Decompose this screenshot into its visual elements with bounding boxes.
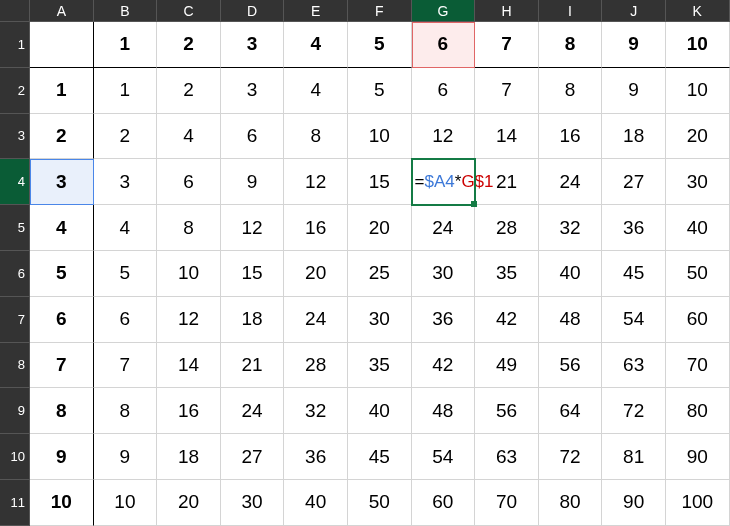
cell-K2[interactable]: 10	[666, 68, 730, 114]
cell-H10[interactable]: 63	[475, 434, 539, 480]
cell-D7[interactable]: 18	[221, 297, 285, 343]
cell-J8[interactable]: 63	[602, 343, 666, 389]
cell-I2[interactable]: 8	[539, 68, 603, 114]
row-header-4[interactable]: 4	[0, 159, 30, 205]
row-header-5[interactable]: 5	[0, 205, 30, 251]
cell-E9[interactable]: 32	[284, 388, 348, 434]
cell-E2[interactable]: 4	[284, 68, 348, 114]
cell-I11[interactable]: 80	[539, 480, 603, 526]
cell-I9[interactable]: 64	[539, 388, 603, 434]
cell-A8[interactable]: 7	[30, 343, 94, 389]
cell-D9[interactable]: 24	[221, 388, 285, 434]
cell-D6[interactable]: 15	[221, 251, 285, 297]
cell-F2[interactable]: 5	[348, 68, 412, 114]
cell-H2[interactable]: 7	[475, 68, 539, 114]
row-header-2[interactable]: 2	[0, 68, 30, 114]
cell-J7[interactable]: 54	[602, 297, 666, 343]
cell-B5[interactable]: 4	[94, 205, 158, 251]
cell-B11[interactable]: 10	[94, 480, 158, 526]
row-header-1[interactable]: 1	[0, 22, 30, 68]
row-header-7[interactable]: 7	[0, 297, 30, 343]
cell-K6[interactable]: 50	[666, 251, 730, 297]
row-header-3[interactable]: 3	[0, 114, 30, 160]
cell-F1[interactable]: 5	[348, 22, 412, 68]
cell-C8[interactable]: 14	[157, 343, 221, 389]
cell-D8[interactable]: 21	[221, 343, 285, 389]
cell-G1[interactable]: 6	[412, 22, 476, 68]
col-header-A[interactable]: A	[30, 0, 94, 22]
cell-A11[interactable]: 10	[30, 480, 94, 526]
cell-H7[interactable]: 42	[475, 297, 539, 343]
cell-E10[interactable]: 36	[284, 434, 348, 480]
cell-H11[interactable]: 70	[475, 480, 539, 526]
cell-C1[interactable]: 2	[157, 22, 221, 68]
cell-D1[interactable]: 3	[221, 22, 285, 68]
cell-G10[interactable]: 54	[412, 434, 476, 480]
cell-A7[interactable]: 6	[30, 297, 94, 343]
col-header-K[interactable]: K	[666, 0, 730, 22]
cell-G6[interactable]: 30	[412, 251, 476, 297]
cell-B9[interactable]: 8	[94, 388, 158, 434]
cell-G3[interactable]: 12	[412, 114, 476, 160]
cell-F3[interactable]: 10	[348, 114, 412, 160]
col-header-D[interactable]: D	[221, 0, 285, 22]
cell-F4[interactable]: 15	[348, 159, 412, 205]
col-header-B[interactable]: B	[94, 0, 158, 22]
cell-E7[interactable]: 24	[284, 297, 348, 343]
spreadsheet-grid[interactable]: ABCDEFGHIJK11234567891021123456789103224…	[0, 0, 730, 526]
cell-B6[interactable]: 5	[94, 251, 158, 297]
cell-D10[interactable]: 27	[221, 434, 285, 480]
fill-handle[interactable]	[471, 201, 477, 207]
cell-A5[interactable]: 4	[30, 205, 94, 251]
cell-I4[interactable]: 24	[539, 159, 603, 205]
cell-F11[interactable]: 50	[348, 480, 412, 526]
cell-K11[interactable]: 100	[666, 480, 730, 526]
cell-E11[interactable]: 40	[284, 480, 348, 526]
cell-B4[interactable]: 3	[94, 159, 158, 205]
select-all-corner[interactable]	[0, 0, 30, 22]
cell-I10[interactable]: 72	[539, 434, 603, 480]
cell-H5[interactable]: 28	[475, 205, 539, 251]
row-header-6[interactable]: 6	[0, 251, 30, 297]
cell-E5[interactable]: 16	[284, 205, 348, 251]
cell-E3[interactable]: 8	[284, 114, 348, 160]
cell-J6[interactable]: 45	[602, 251, 666, 297]
cell-C3[interactable]: 4	[157, 114, 221, 160]
cell-D11[interactable]: 30	[221, 480, 285, 526]
cell-A4[interactable]: 3	[30, 159, 94, 205]
cell-H8[interactable]: 49	[475, 343, 539, 389]
cell-C4[interactable]: 6	[157, 159, 221, 205]
cell-E4[interactable]: 12	[284, 159, 348, 205]
cell-G2[interactable]: 6	[412, 68, 476, 114]
cell-H6[interactable]: 35	[475, 251, 539, 297]
cell-K10[interactable]: 90	[666, 434, 730, 480]
cell-B1[interactable]: 1	[94, 22, 158, 68]
cell-B3[interactable]: 2	[94, 114, 158, 160]
cell-J1[interactable]: 9	[602, 22, 666, 68]
cell-J4[interactable]: 27	[602, 159, 666, 205]
col-header-C[interactable]: C	[157, 0, 221, 22]
cell-K9[interactable]: 80	[666, 388, 730, 434]
cell-K4[interactable]: 30	[666, 159, 730, 205]
cell-K5[interactable]: 40	[666, 205, 730, 251]
cell-H9[interactable]: 56	[475, 388, 539, 434]
cell-H3[interactable]: 14	[475, 114, 539, 160]
cell-A10[interactable]: 9	[30, 434, 94, 480]
cell-J10[interactable]: 81	[602, 434, 666, 480]
col-header-H[interactable]: H	[475, 0, 539, 22]
col-header-F[interactable]: F	[348, 0, 412, 22]
cell-F6[interactable]: 25	[348, 251, 412, 297]
cell-D2[interactable]: 3	[221, 68, 285, 114]
cell-G7[interactable]: 36	[412, 297, 476, 343]
cell-B8[interactable]: 7	[94, 343, 158, 389]
cell-I1[interactable]: 8	[539, 22, 603, 68]
col-header-G[interactable]: G	[412, 0, 476, 22]
cell-A3[interactable]: 2	[30, 114, 94, 160]
col-header-J[interactable]: J	[602, 0, 666, 22]
cell-J11[interactable]: 90	[602, 480, 666, 526]
row-header-10[interactable]: 10	[0, 434, 30, 480]
cell-K8[interactable]: 70	[666, 343, 730, 389]
row-header-11[interactable]: 11	[0, 480, 30, 526]
cell-J2[interactable]: 9	[602, 68, 666, 114]
cell-H1[interactable]: 7	[475, 22, 539, 68]
